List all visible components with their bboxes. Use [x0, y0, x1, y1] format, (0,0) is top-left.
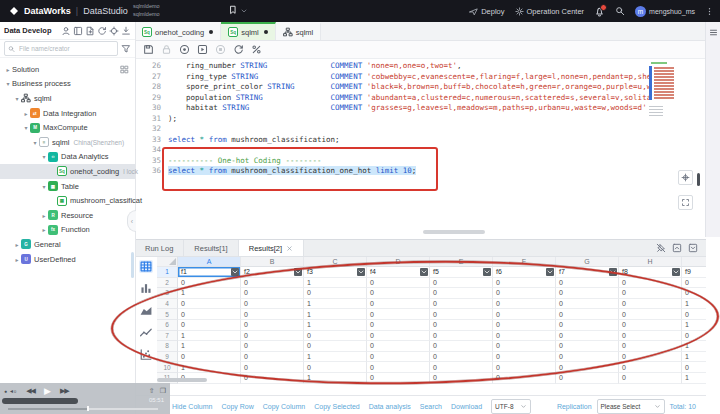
grid-cell[interactable]: 1 [682, 341, 706, 352]
results-tab-results-2-[interactable]: Results[2] [239, 240, 304, 256]
grid-cell[interactable]: 0 [556, 309, 619, 320]
code-line-32[interactable]: 32 [135, 124, 706, 135]
editor-vscrollbar-thumb[interactable] [697, 173, 700, 186]
grid-cell[interactable]: 0 [556, 373, 619, 384]
grid-cell[interactable]: 0 [682, 331, 706, 342]
grid-cell[interactable]: 0 [241, 288, 304, 299]
code-line-28[interactable]: 28 spore_print_color STRING COMMENT 'bla… [135, 82, 706, 93]
grid-cell[interactable]: 0 [430, 373, 493, 384]
scatter-chart-view-button[interactable] [139, 348, 153, 361]
tree-item-function[interactable]: ▸fxFunction [0, 223, 135, 238]
column-header-cell-f3[interactable]: f3 [304, 267, 367, 278]
area-chart-view-button[interactable] [139, 304, 153, 317]
grid-cell[interactable]: 0 [430, 309, 493, 320]
grid-cell[interactable]: 1 [178, 341, 241, 352]
grid-cell[interactable]: 0 [367, 362, 430, 373]
column-header-cell-f2[interactable]: f2 [241, 267, 304, 278]
column-letter-I[interactable]: I [682, 257, 706, 267]
locate-button[interactable] [678, 170, 693, 185]
code-line-27[interactable]: 27 ring_type STRING COMMENT 'cobwebby=c,… [135, 72, 706, 83]
grid-cell[interactable]: 0 [430, 320, 493, 331]
tree-expander-icon[interactable]: ▾ [40, 183, 48, 190]
tree-item-onehot-coding[interactable]: Sqonehot_codingl lock [0, 164, 135, 179]
workspace-switcher[interactable]: sqlmldemo sqlmldemo [133, 2, 160, 18]
footer-link-data-analysis[interactable]: Data analysis [369, 403, 411, 410]
grid-cell[interactable]: 0 [367, 341, 430, 352]
fast-forward-button[interactable]: ▶▶ [60, 387, 69, 395]
grid-cell[interactable]: 0 [241, 299, 304, 310]
right-panel-menu-icon[interactable] [709, 28, 718, 37]
sidebar-scrollbar[interactable] [131, 252, 134, 278]
grid-cell[interactable]: 1 [304, 373, 367, 384]
editor-tab-sqlml[interactable]: sqlml [276, 22, 322, 40]
row-number-4[interactable]: 4 [157, 299, 178, 310]
tree-expander-icon[interactable]: ▾ [13, 95, 21, 102]
grid-cell[interactable]: 0 [304, 341, 367, 352]
grid-cell[interactable]: 0 [178, 299, 241, 310]
column-dropdown-icon[interactable] [420, 268, 428, 276]
grid-cell[interactable]: 1 [178, 331, 241, 342]
grid-cell[interactable]: 0 [178, 320, 241, 331]
grid-cell[interactable]: 0 [682, 288, 706, 299]
tree-item-userdefined[interactable]: ▸UUserDefined [0, 252, 135, 267]
format-button[interactable] [251, 44, 262, 55]
encoding-select[interactable]: UTF-8 [491, 399, 530, 414]
grid-cell[interactable]: 0 [556, 341, 619, 352]
column-letter-F[interactable]: F [493, 257, 556, 267]
advanced-run-button[interactable] [197, 44, 208, 55]
board-icon[interactable] [73, 26, 83, 36]
tree-expander-icon[interactable]: ▸ [22, 110, 30, 117]
results-table-view-button[interactable] [139, 260, 153, 273]
grid-cell[interactable]: 1 [178, 288, 241, 299]
grid-cell[interactable]: 0 [367, 299, 430, 310]
grid-cell[interactable]: 0 [493, 331, 556, 342]
grid-cell[interactable]: 0 [430, 341, 493, 352]
unpin-icon[interactable] [656, 243, 666, 253]
column-header-cell-f4[interactable]: f4 [367, 267, 430, 278]
row-number-2[interactable]: 2 [157, 278, 178, 289]
column-dropdown-icon[interactable] [672, 268, 680, 276]
tree-expander-icon[interactable]: ▸ [4, 66, 12, 73]
column-header-cell-f7[interactable]: f7 [556, 267, 619, 278]
locate-icon[interactable] [109, 26, 119, 36]
tree-item-table[interactable]: ▾▦Table [0, 179, 135, 194]
share-button[interactable]: ⇧ [149, 387, 155, 395]
grid-cell[interactable]: 0 [241, 362, 304, 373]
volume-icon[interactable]: ◄0 [9, 388, 16, 394]
row-number-8[interactable]: 8 [157, 341, 178, 352]
grid-cell[interactable]: 0 [556, 352, 619, 363]
deploy-button[interactable]: Deploy [469, 7, 504, 16]
grid-cell[interactable]: 0 [619, 341, 682, 352]
column-header-cell-f8[interactable]: f8 [619, 267, 682, 278]
grid-cell[interactable]: 0 [682, 309, 706, 320]
apps-icon[interactable] [120, 65, 129, 74]
column-letter-B[interactable]: B [241, 257, 304, 267]
grid-cell[interactable]: 0 [619, 320, 682, 331]
global-search-button[interactable] [615, 6, 625, 16]
tree-expander-icon[interactable]: ▾ [31, 139, 39, 146]
row-number-7[interactable]: 7 [157, 331, 178, 342]
tree-expander-icon[interactable]: ▸ [13, 241, 21, 248]
tree-item-maxcompute[interactable]: ▾MMaxCompute [0, 120, 135, 135]
tree-item-solution[interactable]: ▸Solution [0, 62, 135, 77]
grid-cell[interactable]: 0 [493, 309, 556, 320]
tree-item-business-process[interactable]: ▾Business process [0, 77, 135, 92]
grid-cell[interactable]: 0 [682, 278, 706, 289]
footer-link-download[interactable]: Download [451, 403, 482, 410]
grid-cell[interactable]: 0 [241, 320, 304, 331]
column-header-cell-f6[interactable]: f6 [493, 267, 556, 278]
grid-cell[interactable]: 0 [430, 362, 493, 373]
panel-expand-icon[interactable] [672, 243, 682, 253]
footer-link-hide-column[interactable]: Hide Column [172, 403, 212, 410]
column-header-cell-f9[interactable]: f9 [682, 267, 706, 278]
player-progress-pill[interactable] [2, 398, 78, 404]
code-line-34[interactable]: 34 [135, 145, 706, 156]
grid-cell[interactable]: 0 [367, 320, 430, 331]
grid-cell[interactable]: 1 [682, 373, 706, 384]
grid-cell[interactable]: 0 [178, 352, 241, 363]
row-number-10[interactable]: 10 [157, 362, 178, 373]
footer-link-copy-selected[interactable]: Copy Selected [314, 403, 360, 410]
close-tab-icon[interactable] [286, 245, 293, 252]
grid-cell[interactable]: 0 [682, 362, 706, 373]
grid-cell[interactable]: 0 [241, 278, 304, 289]
